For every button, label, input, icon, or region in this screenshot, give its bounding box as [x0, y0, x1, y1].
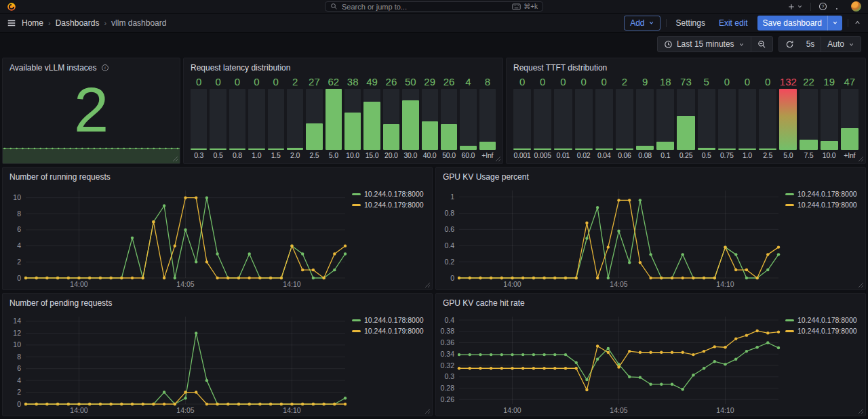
auto-refresh-dropdown[interactable]: Auto	[821, 37, 861, 52]
bar-category-label: 40.0	[422, 150, 438, 160]
data-point	[745, 277, 748, 279]
bar-fill	[479, 142, 496, 150]
bar-value-label: 0	[248, 75, 264, 89]
data-point	[131, 277, 134, 279]
data-point	[734, 337, 737, 340]
user-avatar[interactable]	[851, 1, 861, 12]
y-tick-label: 0	[17, 274, 21, 282]
bar-value-label: 0	[210, 75, 226, 89]
data-point	[713, 277, 716, 279]
sparkline-svg	[3, 145, 180, 163]
bar-category-label: 20.0	[383, 150, 399, 160]
panel-resize-handle[interactable]	[858, 156, 864, 162]
y-tick-label: 0.2	[444, 258, 454, 266]
bar-fill	[268, 148, 284, 150]
grafana-logo[interactable]	[7, 2, 16, 12]
panel-title[interactable]: Available vLLM instaces	[9, 63, 97, 73]
bar-column: 3810.0	[344, 75, 361, 160]
data-point	[45, 277, 48, 279]
mega-menu-toggle[interactable]	[7, 18, 16, 28]
bar-fill	[656, 142, 674, 150]
data-point	[99, 403, 102, 405]
sparkline-point	[52, 148, 54, 150]
legend-item[interactable]: 10.244.0.178:8000	[352, 316, 429, 324]
breadcrumb-current-dashboard: vllm dashboard	[111, 18, 166, 28]
search-input-container[interactable]: ⌘+k	[325, 1, 543, 12]
info-icon[interactable]: i	[101, 64, 109, 72]
legend-item[interactable]: 10.244.0.179:8000	[785, 201, 863, 209]
data-point	[766, 332, 769, 334]
panel-resize-handle[interactable]	[495, 156, 501, 162]
breadcrumb-bar: Home › Dashboards › vllm dashboard Add S…	[0, 14, 868, 33]
bar-column: 01.0	[738, 75, 756, 160]
legend-item[interactable]: 10.244.0.179:8000	[352, 201, 429, 209]
help-button[interactable]: ?	[818, 2, 827, 11]
y-tick-label: 4	[17, 376, 21, 384]
add-button[interactable]: Add	[624, 16, 660, 31]
menu-icon	[7, 18, 16, 28]
bar-value-label: 49	[363, 75, 380, 89]
panel-title[interactable]: Request latency distribution	[191, 63, 290, 73]
bar-fill	[738, 148, 756, 150]
new-menu-button[interactable]	[787, 3, 803, 11]
y-tick-label: 0.26	[441, 395, 455, 403]
save-dashboard-button[interactable]: Save dashboard	[757, 16, 842, 31]
legend-series-label: 10.244.0.179:8000	[797, 327, 857, 335]
chevron-down-icon	[648, 20, 654, 26]
time-picker-group: Last 15 minutes	[657, 36, 773, 52]
data-point	[713, 345, 716, 348]
y-tick-label: 0	[17, 400, 21, 408]
sparkline-area	[3, 148, 180, 163]
bar-value-label: 22	[800, 75, 817, 89]
panel-title[interactable]: GPU KV Usage percent	[443, 172, 529, 182]
panel-title[interactable]: Number of running requests	[9, 172, 111, 182]
refresh-interval-label[interactable]: 5s	[800, 37, 821, 52]
panel-resize-handle[interactable]	[425, 282, 431, 288]
time-range-picker[interactable]: Last 15 minutes	[658, 37, 751, 52]
legend-item[interactable]: 10.244.0.178:8000	[785, 316, 863, 324]
panel-title[interactable]: Request TTFT distribution	[513, 63, 607, 73]
panel-resize-handle[interactable]	[858, 282, 864, 288]
legend-item[interactable]: 10.244.0.178:8000	[352, 190, 429, 198]
exit-edit-button[interactable]: Exit edit	[715, 16, 752, 31]
bar-value-label: 4	[460, 75, 476, 89]
save-dashboard-caret[interactable]	[827, 16, 842, 31]
bar-column: 00.04	[595, 75, 613, 160]
sparkline-point	[99, 148, 101, 150]
legend-item[interactable]: 10.244.0.178:8000	[785, 190, 863, 198]
collapse-toolbar-button[interactable]	[854, 19, 861, 26]
data-point	[174, 244, 176, 247]
panel-header: Request TTFT distribution	[507, 58, 865, 75]
settings-button[interactable]: Settings	[672, 16, 709, 31]
panel-resize-handle[interactable]	[858, 408, 864, 414]
panel-resize-handle[interactable]	[172, 156, 178, 162]
bar-fill	[821, 141, 838, 150]
data-point	[745, 334, 748, 336]
data-point	[755, 346, 758, 348]
data-point	[258, 403, 261, 405]
data-point	[205, 196, 208, 199]
data-point	[24, 403, 27, 405]
bar-track	[841, 89, 859, 150]
data-point	[205, 260, 208, 263]
breadcrumb-dashboards[interactable]: Dashboards	[56, 18, 100, 28]
breadcrumb-home[interactable]: Home	[22, 18, 43, 28]
legend-item[interactable]: 10.244.0.179:8000	[785, 327, 863, 335]
zoom-out-time-button[interactable]	[751, 37, 772, 52]
search-input[interactable]	[342, 3, 508, 11]
data-point	[639, 199, 642, 201]
panel-title[interactable]: GPU KV cache hit rate	[443, 298, 525, 308]
panel-gpu-kv-cache-hit-rate: GPU KV cache hit rate 0.260.280.30.320.3…	[435, 293, 866, 416]
legend-series-swatch	[785, 204, 794, 206]
sparkline-point	[147, 148, 149, 150]
panel-resize-handle[interactable]	[425, 408, 431, 414]
legend-item[interactable]: 10.244.0.179:8000	[352, 327, 429, 335]
panel-title[interactable]: Number of pending requests	[9, 298, 112, 308]
bar-column: 20.06	[616, 75, 633, 160]
news-button[interactable]	[835, 2, 844, 11]
refresh-button[interactable]	[779, 37, 800, 52]
data-point	[734, 253, 737, 256]
bar-track	[738, 89, 756, 150]
data-point	[88, 277, 91, 279]
bar-track	[575, 89, 593, 150]
